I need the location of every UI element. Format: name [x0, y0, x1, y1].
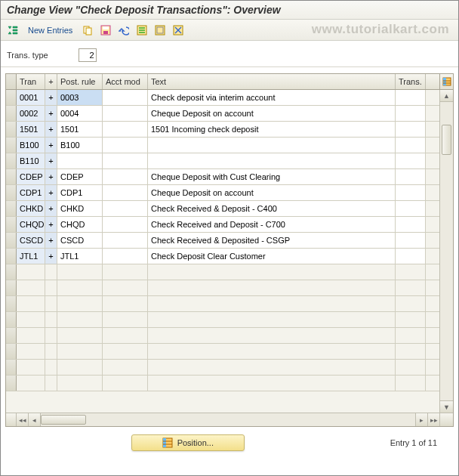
cell-acct-mod[interactable] — [103, 249, 148, 264]
cell-tran[interactable]: JTL1 — [17, 249, 45, 264]
cell-trans[interactable] — [396, 185, 426, 200]
cell-plus[interactable]: + — [45, 201, 57, 216]
row-selector[interactable] — [6, 138, 17, 153]
cell-plus[interactable]: + — [45, 249, 57, 264]
cell-plus[interactable]: + — [45, 153, 57, 168]
position-button[interactable]: Position... — [131, 434, 245, 451]
table-row[interactable]: 0002+0004Cheque Deposit on account — [6, 106, 453, 122]
cell-trans[interactable] — [396, 106, 426, 121]
new-entries-button[interactable]: New Entries — [28, 26, 72, 35]
delete-icon[interactable] — [171, 23, 186, 38]
header-trans[interactable]: Trans. — [396, 74, 426, 89]
header-plus[interactable]: + — [45, 74, 57, 89]
row-selector[interactable] — [6, 106, 17, 121]
cell-acct-mod[interactable] — [103, 185, 148, 200]
cell-text[interactable]: 1501 Incoming check deposit — [148, 122, 396, 137]
cell-text[interactable]: Cheque Deposit on account — [148, 185, 396, 200]
cell-trans[interactable] — [396, 90, 426, 105]
vscroll-track[interactable] — [440, 102, 453, 400]
table-row[interactable]: 1501+15011501 Incoming check deposit — [6, 122, 453, 138]
cell-tran[interactable]: CSCD — [17, 233, 45, 248]
cell-plus[interactable]: + — [45, 169, 57, 184]
cell-trans[interactable] — [396, 249, 426, 264]
cell-tran[interactable]: B110 — [17, 153, 45, 168]
cell-plus[interactable]: + — [45, 233, 57, 248]
cell-text[interactable]: Check Received & Deposited - CSGP — [148, 233, 396, 248]
cell-trans[interactable] — [396, 138, 426, 153]
cell-acct-mod[interactable] — [103, 233, 148, 248]
cell-plus[interactable]: + — [45, 90, 57, 105]
cell-acct-mod[interactable] — [103, 169, 148, 184]
cell-tran[interactable]: 1501 — [17, 122, 45, 137]
cell-tran[interactable]: B100 — [17, 138, 45, 153]
cell-post-rule[interactable]: B100 — [57, 138, 103, 153]
cell-plus[interactable]: + — [45, 185, 57, 200]
table-row[interactable]: CDEP+CDEPCheque Deposit with Cust Cleari… — [6, 169, 453, 185]
trans-type-input[interactable] — [79, 48, 97, 62]
cell-text[interactable]: Check Received & Deposit - C400 — [148, 201, 396, 216]
hscroll-thumb[interactable] — [41, 415, 86, 425]
row-selector[interactable] — [6, 249, 17, 264]
cell-acct-mod[interactable] — [103, 106, 148, 121]
select-all-icon[interactable] — [134, 23, 149, 38]
cell-trans[interactable] — [396, 122, 426, 137]
scroll-up-icon[interactable]: ▲ — [440, 90, 453, 102]
cell-post-rule[interactable]: 1501 — [57, 122, 103, 137]
cell-post-rule[interactable]: CHQD — [57, 217, 103, 232]
cell-plus[interactable]: + — [45, 122, 57, 137]
cell-tran[interactable]: 0002 — [17, 106, 45, 121]
cell-tran[interactable]: 0001 — [17, 90, 45, 105]
cell-post-rule[interactable]: CDP1 — [57, 185, 103, 200]
scroll-right-icon[interactable]: ▸ — [415, 413, 427, 426]
vertical-scrollbar[interactable]: ▲ ▼ — [439, 90, 453, 413]
cell-text[interactable]: Check Received and Deposit - C700 — [148, 217, 396, 232]
cell-acct-mod[interactable] — [103, 90, 148, 105]
toggle-view-icon[interactable] — [5, 23, 20, 38]
cell-text[interactable] — [148, 153, 396, 168]
cell-post-rule[interactable] — [57, 153, 103, 168]
scroll-last-icon[interactable]: ▸▸ — [427, 413, 439, 426]
cell-tran[interactable]: CDP1 — [17, 185, 45, 200]
cell-plus[interactable]: + — [45, 217, 57, 232]
cell-acct-mod[interactable] — [103, 217, 148, 232]
table-row[interactable]: JTL1+JTL1Check Deposit Clear Customer — [6, 249, 453, 264]
row-selector[interactable] — [6, 185, 17, 200]
cell-trans[interactable] — [396, 153, 426, 168]
cell-post-rule[interactable]: CDEP — [57, 169, 103, 184]
scroll-first-icon[interactable]: ◂◂ — [17, 413, 29, 426]
header-rowselect[interactable] — [6, 74, 17, 89]
table-row[interactable]: CHQD+CHQDCheck Received and Deposit - C7… — [6, 217, 453, 233]
cell-text[interactable]: Check deposit via interim account — [148, 90, 396, 105]
row-selector[interactable] — [6, 233, 17, 248]
cell-text[interactable]: Cheque Deposit on account — [148, 106, 396, 121]
cell-text[interactable]: Check Deposit Clear Customer — [148, 249, 396, 264]
hscroll-track[interactable] — [41, 413, 415, 426]
cell-tran[interactable]: CHQD — [17, 217, 45, 232]
row-selector[interactable] — [6, 169, 17, 184]
cell-post-rule[interactable]: CSCD — [57, 233, 103, 248]
table-row[interactable]: CDP1+CDP1Cheque Deposit on account — [6, 185, 453, 201]
table-row[interactable]: CHKD+CHKDCheck Received & Deposit - C400 — [6, 201, 453, 217]
table-row[interactable]: B100+B100 — [6, 138, 453, 153]
cell-plus[interactable]: + — [45, 106, 57, 121]
row-selector[interactable] — [6, 217, 17, 232]
header-tran[interactable]: Tran — [17, 74, 45, 89]
header-text[interactable]: Text — [148, 74, 396, 89]
cell-post-rule[interactable]: 0003 — [57, 90, 103, 105]
cell-trans[interactable] — [396, 233, 426, 248]
table-row[interactable]: B110+ — [6, 153, 453, 169]
row-selector[interactable] — [6, 153, 17, 168]
cell-trans[interactable] — [396, 201, 426, 216]
copy-icon[interactable] — [80, 23, 95, 38]
scroll-left-icon[interactable]: ◂ — [29, 413, 41, 426]
cell-post-rule[interactable]: CHKD — [57, 201, 103, 216]
cell-plus[interactable]: + — [45, 138, 57, 153]
header-post-rule[interactable]: Post. rule — [57, 74, 103, 89]
cell-post-rule[interactable]: JTL1 — [57, 249, 103, 264]
row-selector[interactable] — [6, 122, 17, 137]
cell-tran[interactable]: CDEP — [17, 169, 45, 184]
scroll-down-icon[interactable]: ▼ — [440, 400, 453, 413]
save-icon[interactable] — [98, 23, 113, 38]
table-row[interactable]: CSCD+CSCDCheck Received & Deposited - CS… — [6, 233, 453, 249]
cell-tran[interactable]: CHKD — [17, 201, 45, 216]
